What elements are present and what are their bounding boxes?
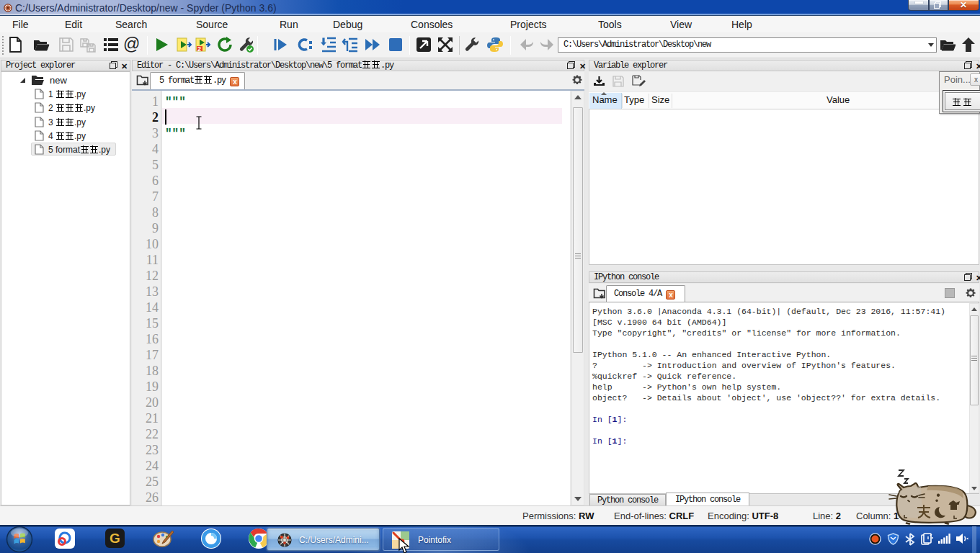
svg-text:2: 2 [197,45,201,53]
